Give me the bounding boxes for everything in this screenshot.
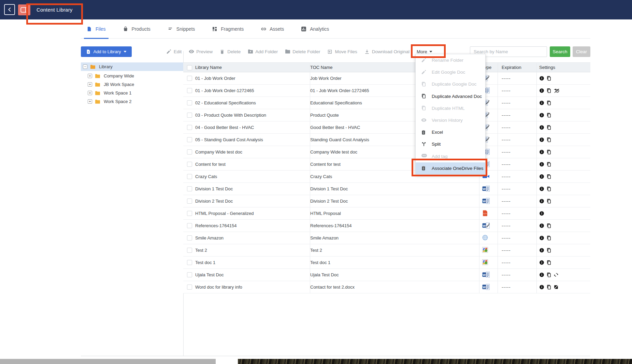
table-row[interactable]: 01 - Job Work Order-127246501 - Job Work… bbox=[183, 85, 590, 97]
table-row[interactable]: 05 - Standing Guard Cost AnalysisStandin… bbox=[183, 134, 590, 146]
tab-fragments[interactable]: Fragments bbox=[210, 19, 246, 39]
copy-icon[interactable] bbox=[546, 272, 551, 277]
menu-item-associate-onedrive-files[interactable]: Associate OneDrive Files bbox=[416, 162, 485, 174]
copy-icon[interactable] bbox=[546, 137, 551, 142]
row-checkbox[interactable] bbox=[187, 272, 192, 277]
copy-icon[interactable] bbox=[546, 149, 551, 155]
copy-icon[interactable] bbox=[546, 248, 551, 253]
toolbar-preview-button[interactable]: Preview bbox=[189, 49, 213, 54]
info-icon[interactable] bbox=[539, 125, 544, 130]
info-icon[interactable] bbox=[539, 100, 544, 105]
table-row[interactable]: 02 - Educational SpecificationsEducation… bbox=[183, 97, 590, 109]
row-checkbox[interactable] bbox=[187, 113, 192, 118]
table-row[interactable]: Smile AmazonSmile Amazon----- bbox=[183, 232, 590, 244]
expand-toggle[interactable]: + bbox=[88, 99, 92, 104]
history-off-icon[interactable] bbox=[554, 88, 559, 93]
row-checkbox[interactable] bbox=[187, 162, 192, 167]
row-checkbox[interactable] bbox=[187, 211, 192, 216]
table-row[interactable]: Test doc 1Test doc 1----- bbox=[183, 257, 590, 269]
table-row[interactable]: Company Wide test docCompany Wide test d… bbox=[183, 146, 590, 158]
table-row[interactable]: Content for testContent for testW----- bbox=[183, 158, 590, 171]
column-header-settings[interactable]: Settings bbox=[539, 63, 555, 72]
info-icon[interactable] bbox=[539, 248, 544, 253]
info-icon[interactable] bbox=[539, 76, 544, 81]
toolbar-move-files-button[interactable]: Move Files bbox=[327, 49, 357, 54]
copy-icon[interactable] bbox=[546, 260, 551, 265]
table-row[interactable]: Division 2 Test DocDivision 2 Test DocW-… bbox=[183, 195, 590, 207]
copy-icon[interactable] bbox=[546, 285, 551, 290]
menu-item-version-history[interactable]: Version History bbox=[416, 114, 485, 126]
tree-item-jb-work-space[interactable]: +JB Work Space bbox=[81, 80, 190, 89]
column-header-toc-name[interactable]: TOC Name bbox=[310, 63, 333, 72]
row-checkbox[interactable] bbox=[187, 76, 192, 81]
info-icon[interactable] bbox=[539, 113, 544, 118]
table-row[interactable]: 01 - Job Work OrderJob Work Order----- bbox=[183, 72, 590, 85]
tab-products[interactable]: Products bbox=[121, 19, 153, 39]
expand-toggle[interactable]: + bbox=[88, 82, 92, 87]
menu-item-duplicate-google-doc[interactable]: Duplicate Google Doc bbox=[416, 78, 485, 90]
sync-icon[interactable] bbox=[554, 272, 559, 277]
menu-item-split[interactable]: Split bbox=[416, 138, 485, 150]
column-header-expiration[interactable]: Expiration bbox=[502, 63, 521, 72]
info-icon[interactable] bbox=[539, 162, 544, 167]
info-icon[interactable] bbox=[539, 235, 544, 241]
menu-item-rename-folder[interactable]: Rename Folder bbox=[416, 54, 485, 66]
row-checkbox[interactable] bbox=[187, 260, 192, 265]
row-checkbox[interactable] bbox=[187, 149, 192, 155]
menu-item-add-tag[interactable]: Add tag bbox=[416, 150, 485, 162]
tab-snippets[interactable]: Snippets bbox=[166, 19, 197, 39]
row-checkbox[interactable] bbox=[187, 248, 192, 253]
info-icon[interactable] bbox=[539, 199, 544, 204]
select-all-checkbox[interactable] bbox=[187, 65, 192, 70]
copy-icon[interactable] bbox=[546, 113, 551, 118]
info-icon[interactable] bbox=[539, 260, 544, 265]
copy-icon[interactable] bbox=[546, 174, 551, 179]
row-checkbox[interactable] bbox=[187, 125, 192, 130]
tab-analytics[interactable]: Analytics bbox=[299, 19, 331, 39]
image-off-icon[interactable] bbox=[554, 285, 559, 290]
tab-assets[interactable]: Assets bbox=[259, 19, 286, 39]
table-row[interactable]: Test 2Test 2----- bbox=[183, 244, 590, 257]
expand-toggle[interactable]: + bbox=[88, 74, 92, 78]
copy-icon[interactable] bbox=[546, 88, 551, 93]
table-row[interactable]: References-1764154References-1764154W---… bbox=[183, 220, 590, 232]
clear-button[interactable]: Clear bbox=[573, 46, 590, 57]
row-checkbox[interactable] bbox=[187, 186, 192, 191]
toolbar-delete-folder-button[interactable]: Delete Folder bbox=[285, 49, 320, 54]
tree-item-work-space-2[interactable]: +Work Space 2 bbox=[81, 97, 190, 106]
copy-icon[interactable] bbox=[546, 76, 551, 81]
info-icon[interactable] bbox=[539, 186, 544, 191]
tab-files[interactable]: Files bbox=[85, 19, 108, 39]
copy-icon[interactable] bbox=[546, 162, 551, 167]
table-row[interactable]: HTML Proposal - GeneralizedHTML Proposal… bbox=[183, 207, 590, 220]
info-icon[interactable] bbox=[539, 174, 544, 179]
copy-icon[interactable] bbox=[546, 223, 551, 228]
row-checkbox[interactable] bbox=[187, 223, 192, 228]
toolbar-download-original-button[interactable]: Download Original bbox=[364, 49, 410, 54]
table-row[interactable]: Crazy CatsCrazy Cats----- bbox=[183, 171, 590, 183]
row-checkbox[interactable] bbox=[187, 88, 192, 93]
row-checkbox[interactable] bbox=[187, 285, 192, 290]
toolbar-delete-button[interactable]: Delete bbox=[220, 49, 241, 54]
table-row[interactable]: Ujala Test DocUjala Test DocW----- bbox=[183, 269, 590, 281]
back-button[interactable] bbox=[4, 4, 15, 15]
row-checkbox[interactable] bbox=[187, 235, 192, 241]
menu-item-duplicate-html[interactable]: Duplicate HTML bbox=[416, 102, 485, 114]
row-checkbox[interactable] bbox=[187, 174, 192, 179]
column-header-library-name[interactable]: Library Name bbox=[195, 63, 222, 72]
table-row[interactable]: 04 - Good Better Best - HVACGood Better … bbox=[183, 121, 590, 134]
toolbar-add-folder-button[interactable]: Add Folder bbox=[248, 49, 278, 54]
copy-icon[interactable] bbox=[546, 235, 551, 241]
expand-toggle[interactable]: + bbox=[88, 91, 92, 95]
tree-item-company-wide[interactable]: +Company Wide bbox=[81, 72, 190, 80]
info-icon[interactable] bbox=[539, 149, 544, 155]
info-icon[interactable] bbox=[539, 223, 544, 228]
tree-item-library[interactable]: −Library bbox=[81, 62, 185, 71]
info-icon[interactable] bbox=[539, 88, 544, 93]
table-row[interactable]: 03 - Product Quote With DescriptionProdu… bbox=[183, 109, 590, 121]
menu-item-excel[interactable]: Excel bbox=[416, 126, 485, 138]
copy-icon[interactable] bbox=[546, 199, 551, 204]
toolbar-more-button[interactable]: More bbox=[417, 49, 432, 54]
copy-icon[interactable] bbox=[546, 125, 551, 130]
menu-item-duplicate-advanced-doc[interactable]: Duplicate Advanced Doc bbox=[416, 90, 485, 102]
